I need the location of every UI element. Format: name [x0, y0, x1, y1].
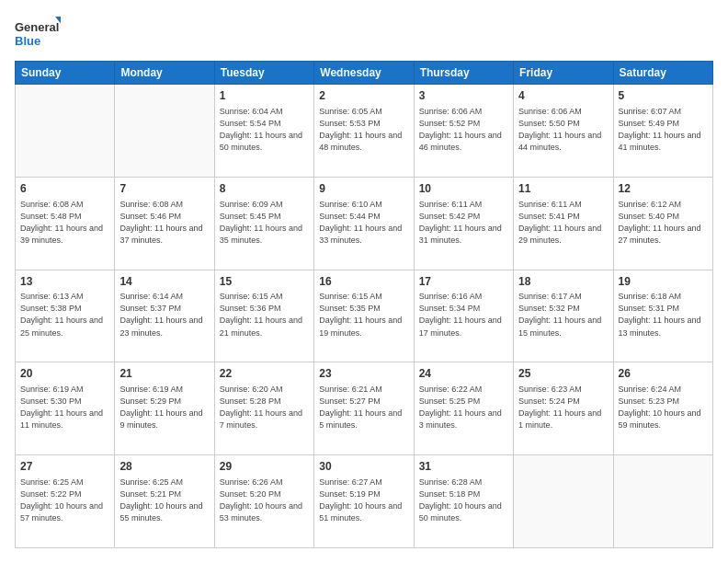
day-info: Sunrise: 6:05 AM Sunset: 5:53 PM Dayligh…	[319, 106, 408, 154]
day-cell: 10Sunrise: 6:11 AM Sunset: 5:42 PM Dayli…	[414, 177, 513, 270]
day-info: Sunrise: 6:24 AM Sunset: 5:23 PM Dayligh…	[619, 384, 708, 431]
day-number: 8	[220, 181, 309, 197]
day-number: 7	[119, 181, 209, 197]
header-day-monday: Monday	[115, 62, 214, 85]
day-info: Sunrise: 6:06 AM Sunset: 5:52 PM Dayligh…	[419, 106, 508, 154]
week-row-3: 13Sunrise: 6:13 AM Sunset: 5:38 PM Dayli…	[16, 270, 713, 362]
day-cell: 15Sunrise: 6:15 AM Sunset: 5:36 PM Dayli…	[214, 270, 313, 362]
day-cell	[613, 455, 712, 548]
day-info: Sunrise: 6:17 AM Sunset: 5:32 PM Dayligh…	[518, 291, 608, 339]
week-row-1: 1Sunrise: 6:04 AM Sunset: 5:54 PM Daylig…	[16, 85, 713, 178]
day-number: 12	[619, 181, 708, 197]
day-cell: 22Sunrise: 6:20 AM Sunset: 5:28 PM Dayli…	[214, 362, 313, 455]
day-number: 16	[319, 274, 408, 290]
day-cell	[514, 455, 613, 548]
day-info: Sunrise: 6:19 AM Sunset: 5:29 PM Dayligh…	[119, 384, 209, 431]
day-info: Sunrise: 6:22 AM Sunset: 5:25 PM Dayligh…	[419, 384, 508, 431]
day-number: 13	[20, 274, 109, 290]
day-number: 5	[619, 88, 708, 104]
day-cell	[115, 85, 214, 178]
day-number: 30	[319, 459, 408, 475]
day-info: Sunrise: 6:26 AM Sunset: 5:20 PM Dayligh…	[220, 477, 309, 524]
day-number: 25	[518, 366, 608, 382]
day-info: Sunrise: 6:04 AM Sunset: 5:54 PM Dayligh…	[220, 106, 309, 154]
day-cell: 9Sunrise: 6:10 AM Sunset: 5:44 PM Daylig…	[314, 177, 414, 270]
logo: General Blue	[15, 15, 61, 52]
day-cell: 19Sunrise: 6:18 AM Sunset: 5:31 PM Dayli…	[613, 270, 712, 362]
day-info: Sunrise: 6:06 AM Sunset: 5:50 PM Dayligh…	[518, 106, 608, 154]
week-row-5: 27Sunrise: 6:25 AM Sunset: 5:22 PM Dayli…	[16, 455, 713, 548]
day-cell: 4Sunrise: 6:06 AM Sunset: 5:50 PM Daylig…	[514, 85, 613, 178]
header-day-sunday: Sunday	[16, 62, 115, 85]
day-number: 26	[619, 366, 708, 382]
day-cell: 5Sunrise: 6:07 AM Sunset: 5:49 PM Daylig…	[613, 85, 712, 178]
logo-svg: General Blue	[15, 15, 61, 52]
day-info: Sunrise: 6:09 AM Sunset: 5:45 PM Dayligh…	[220, 199, 309, 247]
day-cell: 26Sunrise: 6:24 AM Sunset: 5:23 PM Dayli…	[613, 362, 712, 455]
day-info: Sunrise: 6:15 AM Sunset: 5:35 PM Dayligh…	[319, 291, 408, 339]
week-row-2: 6Sunrise: 6:08 AM Sunset: 5:48 PM Daylig…	[16, 177, 713, 270]
day-cell: 3Sunrise: 6:06 AM Sunset: 5:52 PM Daylig…	[414, 85, 513, 178]
day-info: Sunrise: 6:25 AM Sunset: 5:22 PM Dayligh…	[20, 477, 109, 524]
day-number: 21	[119, 366, 209, 382]
day-info: Sunrise: 6:20 AM Sunset: 5:28 PM Dayligh…	[220, 384, 309, 431]
day-info: Sunrise: 6:23 AM Sunset: 5:24 PM Dayligh…	[518, 384, 608, 431]
day-cell: 12Sunrise: 6:12 AM Sunset: 5:40 PM Dayli…	[613, 177, 712, 270]
day-number: 20	[20, 366, 109, 382]
day-number: 14	[119, 274, 209, 290]
day-number: 31	[419, 459, 508, 475]
day-number: 22	[220, 366, 309, 382]
day-number: 24	[419, 366, 508, 382]
week-row-4: 20Sunrise: 6:19 AM Sunset: 5:30 PM Dayli…	[16, 362, 713, 455]
day-cell: 14Sunrise: 6:14 AM Sunset: 5:37 PM Dayli…	[115, 270, 214, 362]
day-info: Sunrise: 6:08 AM Sunset: 5:48 PM Dayligh…	[20, 199, 109, 247]
day-number: 11	[518, 181, 608, 197]
day-info: Sunrise: 6:15 AM Sunset: 5:36 PM Dayligh…	[220, 291, 309, 339]
day-number: 1	[220, 88, 309, 104]
day-cell: 7Sunrise: 6:08 AM Sunset: 5:46 PM Daylig…	[115, 177, 214, 270]
day-number: 4	[518, 88, 608, 104]
day-cell: 28Sunrise: 6:25 AM Sunset: 5:21 PM Dayli…	[115, 455, 214, 548]
day-number: 18	[518, 274, 608, 290]
day-cell	[16, 85, 115, 178]
day-info: Sunrise: 6:14 AM Sunset: 5:37 PM Dayligh…	[119, 291, 209, 339]
day-info: Sunrise: 6:25 AM Sunset: 5:21 PM Dayligh…	[119, 477, 209, 524]
header-row: SundayMondayTuesdayWednesdayThursdayFrid…	[16, 62, 713, 85]
day-number: 10	[419, 181, 508, 197]
day-cell: 24Sunrise: 6:22 AM Sunset: 5:25 PM Dayli…	[414, 362, 513, 455]
day-cell: 16Sunrise: 6:15 AM Sunset: 5:35 PM Dayli…	[314, 270, 414, 362]
day-number: 28	[119, 459, 209, 475]
header: General Blue	[15, 15, 713, 52]
day-cell: 13Sunrise: 6:13 AM Sunset: 5:38 PM Dayli…	[16, 270, 115, 362]
day-cell: 23Sunrise: 6:21 AM Sunset: 5:27 PM Dayli…	[314, 362, 414, 455]
header-day-thursday: Thursday	[414, 62, 513, 85]
day-number: 9	[319, 181, 408, 197]
day-number: 23	[319, 366, 408, 382]
day-cell: 21Sunrise: 6:19 AM Sunset: 5:29 PM Dayli…	[115, 362, 214, 455]
day-number: 29	[220, 459, 309, 475]
day-info: Sunrise: 6:10 AM Sunset: 5:44 PM Dayligh…	[319, 199, 408, 247]
header-day-tuesday: Tuesday	[214, 62, 313, 85]
day-number: 3	[419, 88, 508, 104]
day-number: 19	[619, 274, 708, 290]
svg-text:Blue: Blue	[15, 34, 40, 48]
day-number: 17	[419, 274, 508, 290]
day-info: Sunrise: 6:27 AM Sunset: 5:19 PM Dayligh…	[319, 477, 408, 524]
day-cell: 18Sunrise: 6:17 AM Sunset: 5:32 PM Dayli…	[514, 270, 613, 362]
header-day-saturday: Saturday	[613, 62, 712, 85]
day-cell: 30Sunrise: 6:27 AM Sunset: 5:19 PM Dayli…	[314, 455, 414, 548]
day-number: 27	[20, 459, 109, 475]
day-info: Sunrise: 6:11 AM Sunset: 5:42 PM Dayligh…	[419, 199, 508, 247]
day-cell: 2Sunrise: 6:05 AM Sunset: 5:53 PM Daylig…	[314, 85, 414, 178]
calendar-table: SundayMondayTuesdayWednesdayThursdayFrid…	[15, 61, 713, 548]
day-cell: 31Sunrise: 6:28 AM Sunset: 5:18 PM Dayli…	[414, 455, 513, 548]
day-info: Sunrise: 6:08 AM Sunset: 5:46 PM Dayligh…	[119, 199, 209, 247]
day-cell: 17Sunrise: 6:16 AM Sunset: 5:34 PM Dayli…	[414, 270, 513, 362]
day-info: Sunrise: 6:16 AM Sunset: 5:34 PM Dayligh…	[419, 291, 508, 339]
day-cell: 29Sunrise: 6:26 AM Sunset: 5:20 PM Dayli…	[214, 455, 313, 548]
header-day-wednesday: Wednesday	[314, 62, 414, 85]
day-cell: 6Sunrise: 6:08 AM Sunset: 5:48 PM Daylig…	[16, 177, 115, 270]
day-info: Sunrise: 6:19 AM Sunset: 5:30 PM Dayligh…	[20, 384, 109, 431]
day-cell: 8Sunrise: 6:09 AM Sunset: 5:45 PM Daylig…	[214, 177, 313, 270]
day-number: 6	[20, 181, 109, 197]
